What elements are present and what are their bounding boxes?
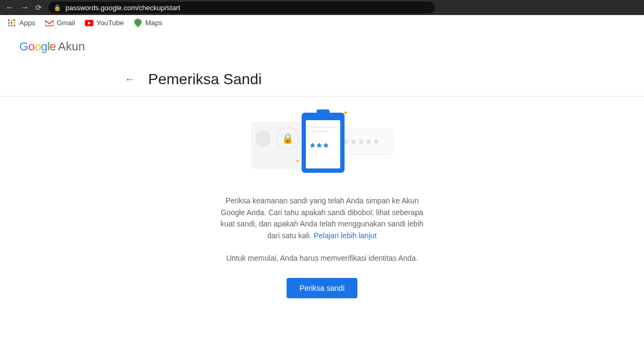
back-arrow-icon[interactable]: ← xyxy=(125,73,135,85)
google-logo[interactable]: Google xyxy=(19,40,56,54)
svg-point-10 xyxy=(136,20,138,23)
svg-rect-4 xyxy=(11,22,12,24)
learn-more-link[interactable]: Pelajari lebih lanjut xyxy=(313,231,377,240)
svg-rect-8 xyxy=(13,25,15,26)
bookmark-label: Maps xyxy=(145,19,163,27)
address-bar[interactable]: 🔒 passwords.google.com/checkup/start xyxy=(48,2,435,13)
url-text: passwords.google.com/checkup/start xyxy=(65,4,180,12)
youtube-icon xyxy=(85,19,93,27)
product-name: Akun xyxy=(58,40,85,54)
svg-rect-7 xyxy=(11,25,12,26)
svg-rect-0 xyxy=(8,19,10,21)
lock-circle-icon: 🔒 xyxy=(276,127,299,150)
maps-icon xyxy=(134,19,142,27)
bookmark-maps[interactable]: Maps xyxy=(134,19,163,27)
sparkle-icon: ✦ xyxy=(295,158,300,165)
bookmarks-bar: Apps Gmail YouTube Maps xyxy=(0,15,644,31)
bookmark-youtube[interactable]: YouTube xyxy=(85,19,124,27)
bookmark-gmail[interactable]: Gmail xyxy=(45,19,75,27)
bookmark-label: YouTube xyxy=(97,19,124,27)
page-title: Pemeriksa Sandi xyxy=(148,71,262,88)
bookmark-label: Gmail xyxy=(57,19,75,27)
svg-rect-2 xyxy=(13,19,15,21)
description-text: Periksa keamanan sandi yang telah Anda s… xyxy=(215,195,429,242)
gmail-icon xyxy=(45,19,54,27)
svg-rect-5 xyxy=(13,22,15,24)
page-title-bar: ← Pemeriksa Sandi xyxy=(0,62,644,97)
svg-rect-3 xyxy=(8,22,10,24)
browser-toolbar: ← → ⟳ 🔒 passwords.google.com/checkup/sta… xyxy=(0,0,644,15)
password-asterisks: *** xyxy=(310,141,336,155)
svg-rect-1 xyxy=(11,19,12,21)
check-password-button[interactable]: Periksa sandi xyxy=(287,278,357,298)
svg-rect-6 xyxy=(8,25,10,26)
bookmark-label: Apps xyxy=(19,19,35,27)
nav-back-icon[interactable]: ← xyxy=(5,3,14,12)
password-checkup-illustration: 🔒 ✦ ✦ *** xyxy=(241,107,402,182)
lock-icon: 🔒 xyxy=(54,4,61,11)
bookmark-apps[interactable]: Apps xyxy=(8,19,35,27)
nav-forward-icon[interactable]: → xyxy=(20,3,29,12)
apps-grid-icon xyxy=(8,19,16,27)
clipboard-icon: *** xyxy=(302,113,345,173)
main-content: 🔒 ✦ ✦ *** Periksa keamanan sandi yang te… xyxy=(0,97,644,298)
reload-icon[interactable]: ⟳ xyxy=(35,3,42,12)
verify-text: Untuk memulai, Anda harus memverifikasi … xyxy=(226,253,418,264)
account-header: Google Akun xyxy=(0,31,644,62)
